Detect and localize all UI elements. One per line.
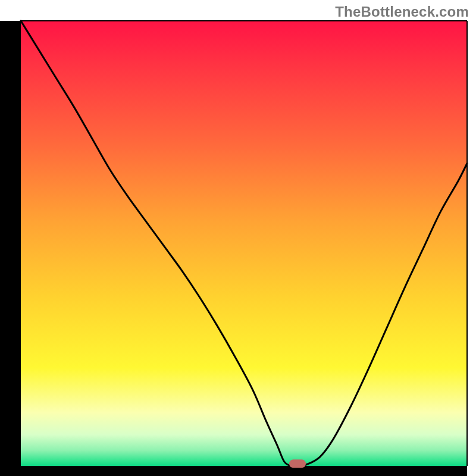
- optimal-point-marker: [289, 459, 306, 468]
- chart-container: TheBottleneck.com: [0, 0, 476, 476]
- plot-background: [21, 21, 467, 466]
- right-margin: [467, 0, 476, 476]
- bottleneck-chart: [0, 0, 476, 476]
- watermark-label: TheBottleneck.com: [335, 4, 469, 20]
